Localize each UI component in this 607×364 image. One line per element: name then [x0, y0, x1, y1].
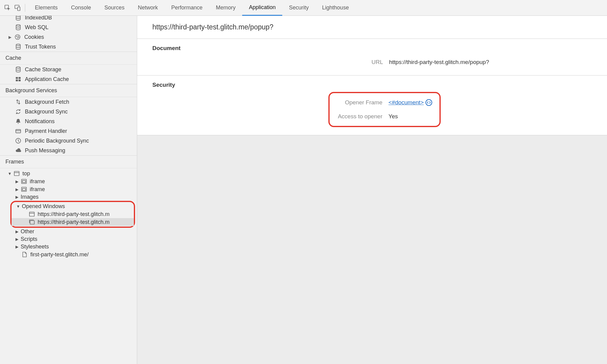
tree-row-label: top — [22, 170, 30, 177]
tree-row-stylesheets[interactable]: ▶ Stylesheets — [0, 243, 137, 251]
expand-icon[interactable]: ▶ — [15, 237, 19, 241]
svg-rect-16 — [16, 130, 21, 133]
tab-performance[interactable]: Performance — [164, 0, 209, 16]
svg-point-11 — [16, 67, 20, 68]
sidebar-item-label: Trust Tokens — [25, 44, 56, 50]
prop-label: Opener Frame — [334, 99, 388, 106]
expand-icon[interactable]: ▶ — [15, 179, 19, 184]
sidebar-item-label: Background Sync — [25, 109, 68, 115]
svg-rect-15 — [19, 79, 21, 81]
inspect-icon[interactable] — [3, 3, 12, 12]
document-section: Document URL https://third-party-test.gl… — [137, 39, 607, 76]
tab-application[interactable]: Application — [242, 0, 282, 16]
sidebar-item-periodic-background-sync[interactable]: Periodic Background Sync — [0, 136, 137, 146]
tree-row-other[interactable]: ▶ Other — [0, 228, 137, 235]
prop-row-opener-frame: Opener Frame <#document> — [334, 97, 432, 108]
sidebar-item-label: Cache Storage — [25, 66, 61, 73]
prop-row-url: URL https://third-party-test.glitch.me/p… — [137, 57, 607, 67]
sidebar-item-label: Payment Handler — [25, 128, 67, 134]
sidebar-item-background-fetch[interactable]: Background Fetch — [0, 97, 137, 107]
sidebar-item-push-messaging[interactable]: Push Messaging — [0, 146, 137, 155]
tab-console[interactable]: Console — [64, 0, 98, 16]
tree-row-window-selected[interactable]: https://third-party-test.glitch.m — [12, 218, 134, 226]
transfer-icon — [15, 98, 22, 106]
expand-icon[interactable]: ▶ — [7, 35, 13, 39]
tree-row-label: https://third-party-test.glitch.m — [38, 211, 110, 217]
svg-point-9 — [19, 37, 19, 38]
tab-memory[interactable]: Memory — [209, 0, 242, 16]
iframe-icon — [21, 178, 27, 185]
svg-point-7 — [18, 36, 19, 36]
sidebar-item-notifications[interactable]: Notifications — [0, 116, 137, 126]
code-badge-icon[interactable] — [426, 99, 432, 106]
sidebar-item-payment-handler[interactable]: Payment Handler — [0, 126, 137, 136]
tree-row-label: Scripts — [21, 236, 37, 242]
tree-row-opened-windows[interactable]: ▼ Opened Windows — [12, 203, 134, 210]
iframe-icon — [21, 186, 27, 193]
svg-point-6 — [16, 36, 17, 37]
tree-row-file[interactable]: first-party-test.glitch.me/ — [0, 251, 137, 258]
database-icon — [15, 16, 22, 21]
opener-frame-link[interactable]: <#document> — [388, 99, 424, 106]
tree-row-label: Images — [21, 194, 39, 200]
tab-network[interactable]: Network — [131, 0, 164, 16]
tree-row-scripts[interactable]: ▶ Scripts — [0, 235, 137, 243]
sidebar-section-cache: Cache — [0, 52, 137, 65]
database-icon — [15, 66, 22, 73]
sidebar-item-websql[interactable]: Web SQL — [0, 22, 137, 32]
expand-icon[interactable]: ▶ — [15, 229, 19, 234]
window-icon — [13, 170, 20, 177]
tree-row-label: https://third-party-test.glitch.m — [38, 219, 110, 225]
security-section: Security Opener Frame <#document> Access… — [137, 76, 607, 135]
windows-stack-icon — [29, 219, 35, 225]
sidebar-item-label: Push Messaging — [25, 147, 65, 154]
section-heading-document: Document — [137, 45, 607, 52]
sidebar-section-background-services: Background Services — [0, 84, 137, 97]
device-toggle-icon[interactable] — [13, 3, 22, 12]
sidebar-item-indexeddb[interactable]: IndexedDB — [0, 16, 137, 22]
section-heading-security: Security — [137, 82, 607, 88]
sidebar-item-label: Background Fetch — [25, 99, 69, 105]
collapse-icon[interactable]: ▼ — [16, 204, 21, 209]
tab-sources[interactable]: Sources — [98, 0, 131, 16]
prop-label: URL — [137, 59, 389, 66]
expand-icon[interactable]: ▶ — [15, 195, 19, 199]
svg-point-3 — [16, 16, 20, 17]
window-icon — [29, 211, 35, 217]
svg-point-4 — [16, 25, 20, 26]
expand-icon[interactable]: ▶ — [15, 187, 19, 192]
sidebar-item-cache-storage[interactable]: Cache Storage — [0, 65, 137, 74]
sidebar-item-label: Web SQL — [25, 24, 49, 31]
collapse-icon[interactable]: ▼ — [7, 171, 12, 176]
expand-icon[interactable]: ▶ — [15, 244, 19, 249]
tree-row-window[interactable]: https://third-party-test.glitch.m — [12, 210, 134, 218]
tree-row-iframe[interactable]: ▶ iframe — [0, 185, 137, 193]
sidebar-item-label: Application Cache — [25, 76, 69, 83]
svg-point-8 — [17, 38, 18, 38]
database-icon — [15, 24, 22, 31]
prop-value: https://third-party-test.glitch.me/popup… — [389, 59, 489, 66]
separator — [25, 4, 25, 12]
tree-row-images[interactable]: ▶ Images — [0, 193, 137, 201]
sidebar-item-cookies[interactable]: ▶ Cookies — [0, 32, 137, 42]
tab-lighthouse[interactable]: Lighthouse — [315, 0, 355, 16]
svg-point-5 — [15, 35, 20, 39]
sidebar-item-trust-tokens[interactable]: Trust Tokens — [0, 42, 137, 52]
tree-row-label: Opened Windows — [22, 203, 65, 210]
svg-rect-12 — [16, 77, 18, 79]
tree-row-label: iframe — [30, 178, 45, 185]
tab-elements[interactable]: Elements — [28, 0, 64, 16]
sync-icon — [15, 108, 22, 115]
bell-icon — [15, 118, 22, 125]
sidebar-item-label: Cookies — [24, 34, 44, 40]
svg-rect-25 — [29, 212, 34, 216]
tree-row-top[interactable]: ▼ top — [0, 170, 137, 177]
cookie-icon — [14, 33, 21, 41]
sidebar-item-background-sync[interactable]: Background Sync — [0, 107, 137, 116]
sidebar-item-label: IndexedDB — [25, 16, 52, 21]
tree-row-iframe[interactable]: ▶ iframe — [0, 177, 137, 185]
cloud-icon — [15, 147, 22, 154]
highlight-annotation: ▼ Opened Windows https://third-party-tes… — [10, 201, 135, 228]
sidebar-item-application-cache[interactable]: Application Cache — [0, 74, 137, 84]
tab-security[interactable]: Security — [282, 0, 315, 16]
